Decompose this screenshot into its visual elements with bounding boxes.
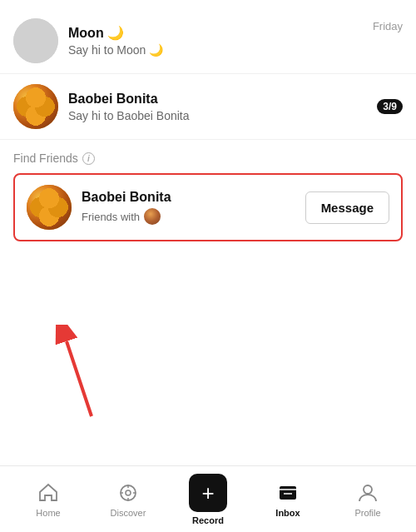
nav-label-profile: Profile: [354, 508, 380, 518]
message-content-baobei: Baobei Bonita Say hi to Baobei Bonita: [68, 92, 367, 122]
friend-mutual: Friends with: [82, 208, 295, 225]
bottom-nav: Home Discover Record Inbox: [0, 465, 416, 532]
discover-icon: [116, 481, 140, 505]
svg-point-0: [13, 18, 58, 63]
nav-item-home[interactable]: Home: [8, 481, 88, 518]
nav-item-inbox[interactable]: Inbox: [248, 481, 328, 518]
message-badge-baobei: 3/9: [377, 99, 403, 114]
nav-label-discover: Discover: [111, 508, 146, 518]
find-friends-label: Find Friends: [13, 152, 78, 165]
messages-list: Moon 🌙 Say hi to Moon 🌙 Friday Baobei Bo…: [0, 8, 416, 140]
message-button[interactable]: Message: [305, 191, 389, 224]
nav-item-discover[interactable]: Discover: [88, 481, 168, 518]
svg-line-2: [67, 341, 92, 416]
friend-avatar: [27, 185, 72, 230]
arrow-icon: [50, 325, 116, 425]
message-name-baobei: Baobei Bonita: [68, 92, 367, 107]
message-item-baobei[interactable]: Baobei Bonita Say hi to Baobei Bonita 3/…: [0, 73, 416, 139]
svg-point-12: [364, 485, 372, 494]
friend-name: Baobei Bonita: [82, 190, 295, 205]
svg-rect-9: [280, 486, 296, 500]
record-icon: [189, 474, 227, 512]
message-time-moon: Friday: [373, 18, 403, 32]
mutual-avatar: [144, 208, 161, 225]
message-preview-moon: Say hi to Moon 🌙: [68, 43, 363, 57]
home-icon: [37, 481, 60, 505]
message-name-moon: Moon 🌙: [68, 25, 363, 41]
friend-info: Baobei Bonita Friends with: [82, 190, 295, 225]
message-preview-baobei: Say hi to Baobei Bonita: [68, 109, 367, 122]
avatar-baobei: [13, 84, 58, 129]
find-friends-header: Find Friends i: [13, 152, 403, 165]
profile-icon: [356, 481, 379, 505]
find-friends-section: Find Friends i Baobei Bonita Friends wit…: [0, 140, 416, 248]
inbox-icon: [276, 481, 300, 505]
message-content-moon: Moon 🌙 Say hi to Moon 🌙: [68, 25, 363, 57]
nav-label-record: Record: [192, 515, 224, 525]
arrow-container: [50, 325, 116, 425]
friend-card: Baobei Bonita Friends with Message: [13, 173, 403, 241]
friend-mutual-text: Friends with: [82, 211, 140, 223]
svg-point-4: [126, 490, 131, 495]
info-icon[interactable]: i: [82, 152, 95, 165]
nav-item-profile[interactable]: Profile: [328, 481, 408, 518]
avatar-moon: [13, 18, 58, 63]
message-item-moon[interactable]: Moon 🌙 Say hi to Moon 🌙 Friday: [0, 8, 416, 73]
nav-label-inbox: Inbox: [275, 508, 300, 518]
nav-label-home: Home: [36, 508, 60, 518]
nav-item-record[interactable]: Record: [168, 474, 248, 525]
